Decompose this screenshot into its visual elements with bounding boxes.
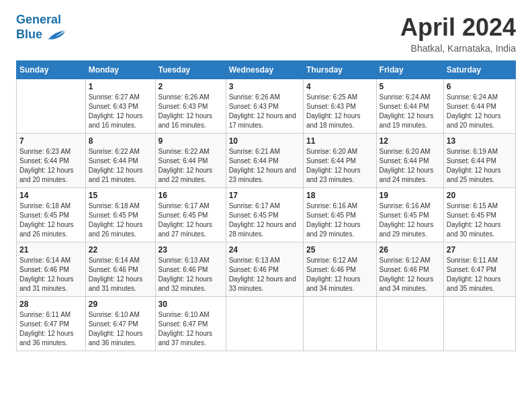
calendar-cell: 17Sunrise: 6:17 AMSunset: 6:45 PMDayligh… — [226, 188, 303, 242]
day-info: Sunrise: 6:13 AMSunset: 6:46 PMDaylight:… — [229, 256, 300, 293]
day-info: Sunrise: 6:11 AMSunset: 6:47 PMDaylight:… — [19, 310, 83, 348]
day-info: Sunrise: 6:10 AMSunset: 6:47 PMDaylight:… — [89, 310, 152, 348]
day-number: 27 — [447, 245, 513, 255]
day-info: Sunrise: 6:20 AMSunset: 6:44 PMDaylight:… — [306, 147, 373, 185]
calendar-week-row: 7Sunrise: 6:23 AMSunset: 6:44 PMDaylight… — [17, 134, 516, 188]
day-info: Sunrise: 6:16 AMSunset: 6:45 PMDaylight:… — [380, 201, 441, 239]
calendar-cell: 24Sunrise: 6:13 AMSunset: 6:46 PMDayligh… — [226, 242, 303, 297]
day-number: 23 — [159, 245, 223, 255]
calendar-cell — [443, 297, 515, 351]
day-number: 10 — [229, 136, 300, 146]
day-number: 25 — [306, 245, 373, 255]
page-header: General Blue April 2024 Bhatkal, Karnata… — [16, 13, 516, 54]
calendar-cell: 20Sunrise: 6:15 AMSunset: 6:45 PMDayligh… — [443, 188, 515, 242]
calendar-table: SundayMondayTuesdayWednesdayThursdayFrid… — [16, 60, 516, 351]
calendar-cell: 28Sunrise: 6:11 AMSunset: 6:47 PMDayligh… — [17, 297, 86, 351]
day-info: Sunrise: 6:17 AMSunset: 6:45 PMDaylight:… — [229, 201, 300, 239]
calendar-cell — [304, 297, 377, 351]
calendar-cell: 5Sunrise: 6:24 AMSunset: 6:44 PMDaylight… — [376, 79, 443, 134]
calendar-header-row: SundayMondayTuesdayWednesdayThursdayFrid… — [17, 61, 516, 79]
calendar-cell: 8Sunrise: 6:22 AMSunset: 6:44 PMDaylight… — [85, 134, 155, 188]
day-number: 13 — [447, 136, 513, 146]
day-info: Sunrise: 6:21 AMSunset: 6:44 PMDaylight:… — [229, 147, 300, 185]
day-number: 14 — [19, 191, 83, 200]
day-info: Sunrise: 6:22 AMSunset: 6:44 PMDaylight:… — [159, 147, 223, 185]
day-info: Sunrise: 6:11 AMSunset: 6:47 PMDaylight:… — [447, 256, 513, 293]
main-title: April 2024 — [400, 13, 516, 42]
day-number: 19 — [380, 191, 441, 200]
logo-bird-icon — [47, 27, 66, 43]
calendar-cell: 26Sunrise: 6:12 AMSunset: 6:46 PMDayligh… — [376, 242, 443, 297]
day-info: Sunrise: 6:18 AMSunset: 6:45 PMDaylight:… — [89, 201, 152, 239]
calendar-cell: 6Sunrise: 6:24 AMSunset: 6:44 PMDaylight… — [443, 79, 515, 134]
day-info: Sunrise: 6:12 AMSunset: 6:46 PMDaylight:… — [306, 256, 373, 293]
col-header-friday: Friday — [376, 61, 443, 79]
calendar-week-row: 1Sunrise: 6:27 AMSunset: 6:43 PMDaylight… — [17, 79, 516, 134]
title-block: April 2024 Bhatkal, Karnataka, India — [400, 13, 516, 54]
day-info: Sunrise: 6:17 AMSunset: 6:45 PMDaylight:… — [159, 201, 223, 239]
day-number: 1 — [89, 82, 152, 91]
day-info: Sunrise: 6:19 AMSunset: 6:44 PMDaylight:… — [447, 147, 513, 185]
day-number: 2 — [159, 82, 223, 91]
calendar-cell: 21Sunrise: 6:14 AMSunset: 6:46 PMDayligh… — [17, 242, 86, 297]
day-number: 24 — [229, 245, 300, 255]
calendar-cell: 27Sunrise: 6:11 AMSunset: 6:47 PMDayligh… — [443, 242, 515, 297]
calendar-cell: 2Sunrise: 6:26 AMSunset: 6:43 PMDaylight… — [155, 79, 226, 134]
calendar-cell: 12Sunrise: 6:20 AMSunset: 6:44 PMDayligh… — [376, 134, 443, 188]
location-subtitle: Bhatkal, Karnataka, India — [400, 43, 516, 54]
col-header-tuesday: Tuesday — [155, 61, 226, 79]
calendar-cell: 29Sunrise: 6:10 AMSunset: 6:47 PMDayligh… — [85, 297, 155, 351]
day-number: 28 — [19, 300, 83, 309]
day-info: Sunrise: 6:24 AMSunset: 6:44 PMDaylight:… — [447, 93, 513, 130]
day-number: 6 — [447, 82, 513, 91]
day-info: Sunrise: 6:26 AMSunset: 6:43 PMDaylight:… — [229, 93, 300, 130]
col-header-monday: Monday — [85, 61, 155, 79]
day-number: 7 — [19, 136, 83, 146]
day-number: 16 — [159, 191, 223, 200]
col-header-thursday: Thursday — [304, 61, 377, 79]
calendar-cell: 13Sunrise: 6:19 AMSunset: 6:44 PMDayligh… — [443, 134, 515, 188]
calendar-cell — [17, 79, 86, 134]
day-info: Sunrise: 6:27 AMSunset: 6:43 PMDaylight:… — [89, 93, 152, 130]
day-info: Sunrise: 6:22 AMSunset: 6:44 PMDaylight:… — [89, 147, 152, 185]
calendar-cell: 30Sunrise: 6:10 AMSunset: 6:47 PMDayligh… — [155, 297, 226, 351]
day-number: 11 — [306, 136, 373, 146]
calendar-cell: 23Sunrise: 6:13 AMSunset: 6:46 PMDayligh… — [155, 242, 226, 297]
day-info: Sunrise: 6:13 AMSunset: 6:46 PMDaylight:… — [159, 256, 223, 293]
day-info: Sunrise: 6:12 AMSunset: 6:46 PMDaylight:… — [380, 256, 441, 293]
day-number: 30 — [159, 300, 223, 309]
col-header-saturday: Saturday — [443, 61, 515, 79]
logo-line1: General — [16, 13, 61, 26]
logo: General Blue — [16, 13, 66, 43]
calendar-cell: 4Sunrise: 6:25 AMSunset: 6:43 PMDaylight… — [304, 79, 377, 134]
day-number: 26 — [380, 245, 441, 255]
calendar-cell: 10Sunrise: 6:21 AMSunset: 6:44 PMDayligh… — [226, 134, 303, 188]
day-info: Sunrise: 6:16 AMSunset: 6:45 PMDaylight:… — [306, 201, 373, 239]
col-header-sunday: Sunday — [17, 61, 86, 79]
day-number: 22 — [89, 245, 152, 255]
logo-line2: Blue — [16, 28, 42, 41]
calendar-week-row: 14Sunrise: 6:18 AMSunset: 6:45 PMDayligh… — [17, 188, 516, 242]
calendar-cell — [226, 297, 303, 351]
day-number: 15 — [89, 191, 152, 200]
day-info: Sunrise: 6:18 AMSunset: 6:45 PMDaylight:… — [19, 201, 83, 239]
calendar-cell: 14Sunrise: 6:18 AMSunset: 6:45 PMDayligh… — [17, 188, 86, 242]
calendar-cell: 3Sunrise: 6:26 AMSunset: 6:43 PMDaylight… — [226, 79, 303, 134]
day-number: 18 — [306, 191, 373, 200]
day-number: 21 — [19, 245, 83, 255]
calendar-week-row: 28Sunrise: 6:11 AMSunset: 6:47 PMDayligh… — [17, 297, 516, 351]
calendar-cell: 16Sunrise: 6:17 AMSunset: 6:45 PMDayligh… — [155, 188, 226, 242]
day-number: 3 — [229, 82, 300, 91]
day-info: Sunrise: 6:15 AMSunset: 6:45 PMDaylight:… — [447, 201, 513, 239]
calendar-cell: 18Sunrise: 6:16 AMSunset: 6:45 PMDayligh… — [304, 188, 377, 242]
day-number: 5 — [380, 82, 441, 91]
day-number: 8 — [89, 136, 152, 146]
calendar-cell: 19Sunrise: 6:16 AMSunset: 6:45 PMDayligh… — [376, 188, 443, 242]
day-number: 17 — [229, 191, 300, 200]
day-number: 4 — [306, 82, 373, 91]
day-info: Sunrise: 6:14 AMSunset: 6:46 PMDaylight:… — [89, 256, 152, 293]
day-number: 12 — [380, 136, 441, 146]
calendar-cell: 1Sunrise: 6:27 AMSunset: 6:43 PMDaylight… — [85, 79, 155, 134]
day-info: Sunrise: 6:23 AMSunset: 6:44 PMDaylight:… — [19, 147, 83, 185]
day-info: Sunrise: 6:25 AMSunset: 6:43 PMDaylight:… — [306, 93, 373, 130]
